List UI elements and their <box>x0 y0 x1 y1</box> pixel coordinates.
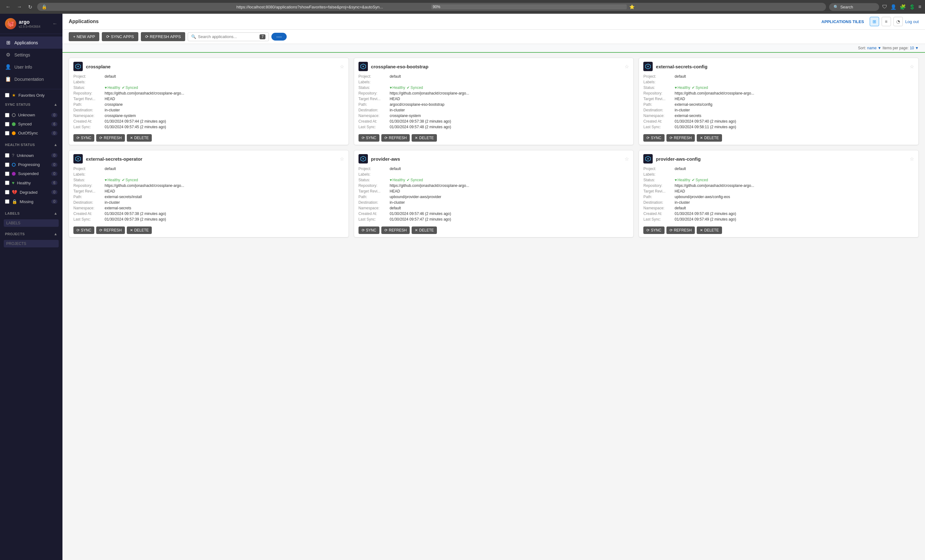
filter-health-suspended[interactable]: Suspended 0 <box>0 169 62 178</box>
logout-button[interactable]: Log out <box>905 20 919 24</box>
sync-badge: ✔ Synced <box>122 86 138 90</box>
health-unknown-checkbox[interactable] <box>5 153 9 158</box>
filter-health-missing[interactable]: 🔒 Missing 0 <box>0 197 62 206</box>
sync-outofsync-checkbox[interactable] <box>5 131 9 135</box>
repo-label: Repository: <box>359 91 390 96</box>
card-row-status: Status: ♥ Healthy ✔ Synced <box>643 85 914 90</box>
favorite-button[interactable]: ☆ <box>910 156 914 162</box>
favorite-button[interactable]: ☆ <box>340 64 344 69</box>
filter-health-healthy[interactable]: ♥ Healthy 6 <box>0 178 62 188</box>
refresh-apps-button[interactable]: ⟳ REFRESH APPS <box>141 32 185 41</box>
address-bar[interactable]: 🔒 https://localhost:8080/applications?sh… <box>37 3 826 11</box>
favorite-button[interactable]: ☆ <box>340 156 344 162</box>
sync-icon: ⟳ <box>77 228 80 233</box>
card-refresh-button[interactable]: ⟳ REFRESH <box>96 227 125 234</box>
card-delete-button[interactable]: ✕ DELETE <box>411 134 437 142</box>
card-sync-button[interactable]: ⟳ SYNC <box>359 134 380 142</box>
grid-view-button[interactable]: ⊞ <box>870 17 879 26</box>
target-rev-value: HEAD <box>675 189 914 194</box>
card-sync-button[interactable]: ⟳ SYNC <box>73 134 94 142</box>
sync-synced-label: Synced <box>18 122 49 126</box>
health-progressing-icon <box>12 163 16 167</box>
health-unknown-label: Unknown <box>17 153 49 158</box>
health-healthy-checkbox[interactable] <box>5 181 9 185</box>
reload-button[interactable]: ↻ <box>26 3 34 11</box>
sync-status-toggle[interactable]: ▲ <box>54 102 57 107</box>
card-refresh-button[interactable]: ⟳ REFRESH <box>666 134 695 142</box>
sidebar-collapse-button[interactable]: ← <box>53 21 57 27</box>
card-row-target-rev: Target Revi... HEAD <box>359 96 629 102</box>
card-delete-button[interactable]: ✕ DELETE <box>411 227 437 234</box>
card-row-last-sync: Last Sync: 01/30/2024 09:58:11 (2 minute… <box>643 124 914 130</box>
filter-health-progressing[interactable]: Progressing 0 <box>0 160 62 169</box>
sync-synced-checkbox[interactable] <box>5 122 9 126</box>
sidebar-item-user-info[interactable]: 👤 User Info <box>0 61 62 73</box>
labels-toggle[interactable]: ▲ <box>54 211 57 216</box>
sync-apps-button[interactable]: ⟳ SYNC APPS <box>102 32 138 41</box>
check-circle-icon: ✔ <box>692 86 695 90</box>
back-button[interactable]: ← <box>4 3 12 10</box>
forward-button[interactable]: → <box>15 3 24 10</box>
card-sync-button[interactable]: ⟳ SYNC <box>643 227 664 234</box>
filter-sync-outofsync[interactable]: OutOfSync 0 <box>0 129 62 138</box>
chart-view-button[interactable]: ◔ <box>893 17 903 26</box>
app-card-external-secrets-config: external-secrets-config ☆ Project: defau… <box>639 58 919 145</box>
card-sync-button[interactable]: ⟳ SYNC <box>359 227 380 234</box>
filter-sync-synced[interactable]: Synced 6 <box>0 120 62 129</box>
list-view-button[interactable]: ≡ <box>881 17 891 26</box>
new-app-button[interactable]: + NEW APP <box>69 32 99 41</box>
card-refresh-button[interactable]: ⟳ REFRESH <box>96 134 125 142</box>
sidebar-item-documentation[interactable]: 📋 Documentation <box>0 73 62 85</box>
health-status-filters: ? Unknown 0 Progressing 0 Suspended 0 ♥ … <box>0 148 62 209</box>
destination-value: in-cluster <box>390 108 629 112</box>
projects-toggle[interactable]: ▲ <box>54 232 57 236</box>
content-area: crossplane ☆ Project: default Labels: St… <box>62 53 925 560</box>
favorites-checkbox[interactable] <box>5 93 9 98</box>
sidebar-item-applications[interactable]: ⊞ Applications <box>0 36 62 49</box>
repo-value: https://github.com/jonashackt/crossplane… <box>675 91 914 96</box>
card-delete-button[interactable]: ✕ DELETE <box>697 134 722 142</box>
card-body: Project: default Labels: Status: ♥ Healt… <box>354 166 634 224</box>
labels-label: Labels: <box>643 172 675 177</box>
card-row-project: Project: default <box>643 166 914 171</box>
sidebar-item-settings[interactable]: ⚙ Settings <box>0 49 62 61</box>
health-progressing-checkbox[interactable] <box>5 162 9 167</box>
health-missing-checkbox[interactable] <box>5 199 9 204</box>
target-rev-label: Target Revi... <box>73 189 105 194</box>
items-per-page-link[interactable]: 10 ▼ <box>910 46 919 50</box>
card-refresh-button[interactable]: ⟳ REFRESH <box>381 227 410 234</box>
sort-name-link[interactable]: name ▼ <box>867 46 881 50</box>
health-suspended-checkbox[interactable] <box>5 171 9 176</box>
card-sync-button[interactable]: ⟳ SYNC <box>73 227 94 234</box>
health-suspended-count: 0 <box>51 171 57 176</box>
sync-unknown-checkbox[interactable] <box>5 113 9 117</box>
delete-icon: ✕ <box>130 228 133 233</box>
browser-search[interactable]: 🔍 Search <box>829 3 879 11</box>
favorites-filter[interactable]: ★ Favorites Only <box>0 90 62 100</box>
card-row-destination: Destination: in-cluster <box>643 200 914 205</box>
favorite-button[interactable]: ☆ <box>625 156 629 162</box>
filter-sync-unknown[interactable]: Unknown 0 <box>0 110 62 120</box>
health-degraded-checkbox[interactable] <box>5 190 9 194</box>
created-label: Created At: <box>73 119 105 123</box>
search-input[interactable] <box>198 34 258 39</box>
status-value: ♥ Healthy ✔ Synced <box>105 86 344 90</box>
labels-input[interactable] <box>4 219 59 227</box>
target-rev-value: HEAD <box>675 97 914 101</box>
card-delete-button[interactable]: ✕ DELETE <box>697 227 722 234</box>
favorite-button[interactable]: ☆ <box>625 64 629 69</box>
projects-input[interactable] <box>4 240 59 248</box>
health-status-toggle[interactable]: ▲ <box>54 143 57 147</box>
card-row-repo: Repository: https://github.com/jonashack… <box>643 183 914 188</box>
card-refresh-button[interactable]: ⟳ REFRESH <box>666 227 695 234</box>
favorite-button[interactable]: ☆ <box>910 64 914 69</box>
card-delete-button[interactable]: ✕ DELETE <box>127 134 152 142</box>
card-sync-button[interactable]: ⟳ SYNC <box>643 134 664 142</box>
card-delete-button[interactable]: ✕ DELETE <box>127 227 152 234</box>
card-refresh-button[interactable]: ⟳ REFRESH <box>381 134 410 142</box>
filter-health-degraded[interactable]: 💔 Degraded 0 <box>0 188 62 197</box>
filter-health-unknown[interactable]: ? Unknown 0 <box>0 151 62 160</box>
namespace-value: crossplane-system <box>390 114 629 118</box>
filter-button[interactable]: ---- <box>271 33 287 41</box>
heart-icon: ♥ <box>105 86 107 90</box>
